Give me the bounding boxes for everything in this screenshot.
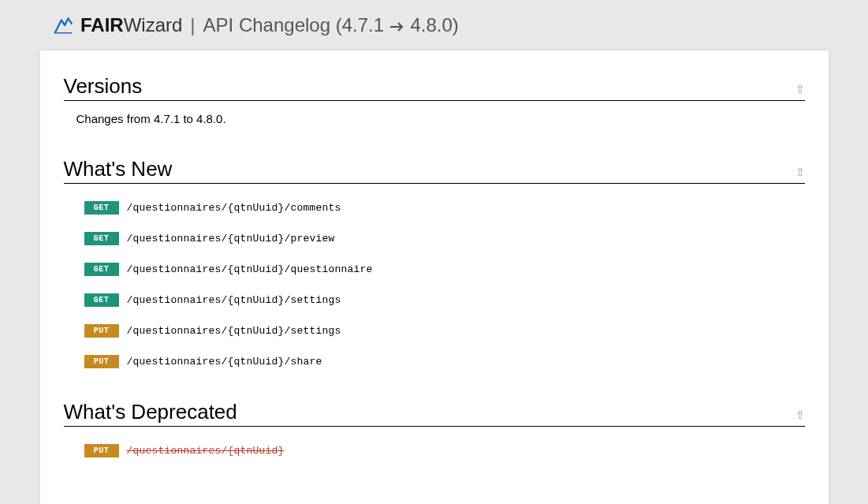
to-top-link[interactable]: ⇧ [795,166,805,181]
header-separator: | [190,14,195,36]
brand-logo-icon [52,14,74,36]
endpoint-path: /questionnaires/{qtnUuid}/share [127,356,322,368]
method-badge-get: GET [84,201,119,215]
section-header-versions: Versions ⇧ [64,74,805,101]
method-badge-put: PUT [84,444,119,457]
to-top-link[interactable]: ⇧ [795,83,805,99]
section-whats-new: What's New ⇧ GET/questionnaires/{qtnUuid… [64,157,805,368]
method-badge-get: GET [84,263,119,276]
brand-fair: FAIR [80,14,124,35]
endpoint-row[interactable]: GET/questionnaires/{qtnUuid}/comments [84,201,805,215]
endpoint-row[interactable]: PUT/questionnaires/{qtnUuid} [84,444,805,457]
to-top-link[interactable]: ⇧ [795,409,805,424]
arrow-right-icon [389,21,405,32]
method-badge-put: PUT [84,324,119,338]
endpoint-row[interactable]: GET/questionnaires/{qtnUuid}/questionnai… [84,263,805,276]
content-card: Versions ⇧ Changes from 4.7.1 to 4.8.0. … [40,50,829,504]
method-badge-get: GET [84,232,119,245]
endpoint-path: /questionnaires/{qtnUuid} [127,445,285,457]
whats-deprecated-endpoint-list: PUT/questionnaires/{qtnUuid} [76,444,805,457]
endpoint-row[interactable]: GET/questionnaires/{qtnUuid}/preview [84,232,805,245]
whats-new-endpoint-list: GET/questionnaires/{qtnUuid}/commentsGET… [76,201,805,368]
section-title-whats-deprecated: What's Deprecated [64,400,237,424]
header-page-title: API Changelog (4.7.1 4.8.0) [203,14,459,36]
endpoint-path: /questionnaires/{qtnUuid}/preview [127,233,335,245]
endpoint-path: /questionnaires/{qtnUuid}/comments [127,202,341,214]
endpoint-row[interactable]: GET/questionnaires/{qtnUuid}/settings [84,293,805,307]
section-title-whats-new: What's New [64,157,173,181]
endpoint-path: /questionnaires/{qtnUuid}/settings [127,294,341,306]
section-header-whats-deprecated: What's Deprecated ⇧ [64,400,805,427]
endpoint-row[interactable]: PUT/questionnaires/{qtnUuid}/share [84,355,805,368]
brand-wizard: Wizard [124,14,183,35]
header-title: FAIRWizard | API Changelog (4.7.1 4.8.0) [80,14,459,36]
versions-description: Changes from 4.7.1 to 4.8.0. [76,112,805,125]
endpoint-path: /questionnaires/{qtnUuid}/settings [127,325,341,337]
page-header: FAIRWizard | API Changelog (4.7.1 4.8.0) [0,0,868,50]
endpoint-row[interactable]: PUT/questionnaires/{qtnUuid}/settings [84,324,805,338]
section-versions: Versions ⇧ Changes from 4.7.1 to 4.8.0. [64,74,805,125]
method-badge-get: GET [84,293,119,307]
section-header-whats-new: What's New ⇧ [64,157,805,184]
section-whats-deprecated: What's Deprecated ⇧ PUT/questionnaires/{… [64,400,805,457]
endpoint-path: /questionnaires/{qtnUuid}/questionnaire [127,263,373,275]
section-title-versions: Versions [64,74,143,99]
method-badge-put: PUT [84,355,119,368]
